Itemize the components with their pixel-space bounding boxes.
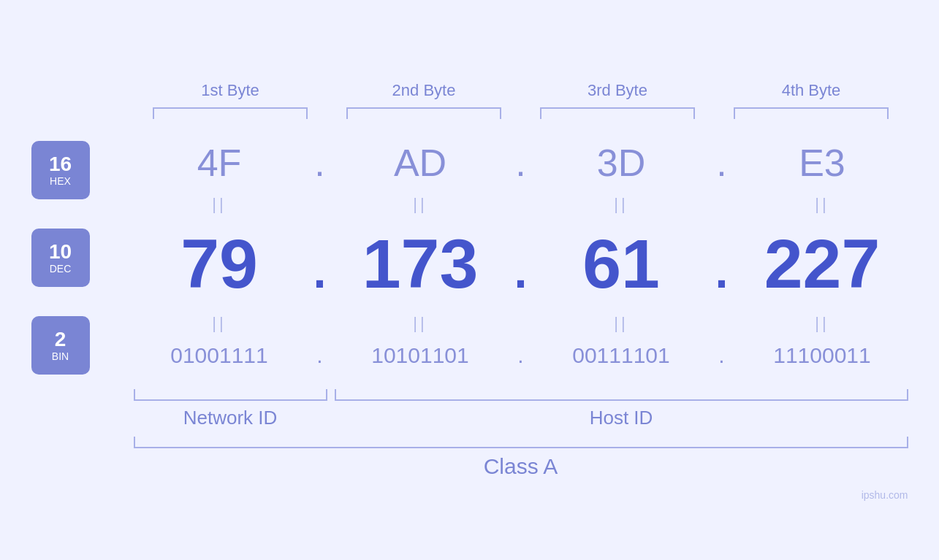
sep-2-2: || xyxy=(335,314,506,333)
hex-dot-1: . xyxy=(305,141,335,185)
bin-badge-label: BIN xyxy=(52,350,69,362)
top-bracket-1 xyxy=(153,107,308,119)
class-bracket xyxy=(134,437,908,448)
bin-badge: 2 BIN xyxy=(31,316,90,375)
network-bracket xyxy=(134,389,327,401)
dec-badge-number: 10 xyxy=(49,241,72,264)
dec-value-2: 173 xyxy=(335,224,506,304)
byte-header-4: 4th Byte xyxy=(715,81,908,100)
hex-dot-2: . xyxy=(506,141,536,185)
host-id-label: Host ID xyxy=(327,407,908,429)
dec-dot-1: . xyxy=(305,224,335,304)
dec-value-4: 227 xyxy=(737,224,908,304)
class-label: Class A xyxy=(134,454,908,479)
bin-value-3: 00111101 xyxy=(536,343,707,368)
top-brackets xyxy=(134,107,908,119)
top-bracket-2 xyxy=(346,107,501,119)
hex-dot-3: . xyxy=(707,141,737,185)
separator-hex-dec: || || || || xyxy=(134,192,908,217)
sep-1-2: || xyxy=(335,195,506,214)
hex-badge: 16 HEX xyxy=(31,141,90,199)
bracket-cell-4 xyxy=(715,107,908,119)
sep-2-1: || xyxy=(134,314,305,333)
watermark: ipshu.com xyxy=(862,489,908,501)
dec-value-1: 79 xyxy=(134,224,305,304)
top-bracket-4 xyxy=(734,107,889,119)
sep-2-4: || xyxy=(737,314,908,333)
class-row: Class A xyxy=(134,437,908,479)
dec-dot-3: . xyxy=(707,224,737,304)
host-bracket xyxy=(335,389,908,401)
dec-row: 79 . 173 . 61 . 227 xyxy=(134,217,908,311)
hex-value-2: AD xyxy=(335,141,506,185)
bracket-cell-3 xyxy=(521,107,715,119)
byte-header-1: 1st Byte xyxy=(134,81,327,100)
byte-header-2: 2nd Byte xyxy=(327,81,521,100)
byte-headers-row: 1st Byte 2nd Byte 3rd Byte 4th Byte xyxy=(134,81,908,100)
bin-row: 01001111 . 10101101 . 00111101 . 1110001… xyxy=(134,336,908,375)
network-id-label: Network ID xyxy=(134,407,327,429)
sep-1-1: || xyxy=(134,195,305,214)
sep-1-4: || xyxy=(737,195,908,214)
bin-dot-1: . xyxy=(305,343,335,368)
dec-dot-2: . xyxy=(506,224,536,304)
bin-value-4: 11100011 xyxy=(737,343,908,368)
sep-2-3: || xyxy=(536,314,707,333)
bin-value-2: 10101101 xyxy=(335,343,506,368)
bottom-labels: Network ID Host ID xyxy=(134,407,908,429)
dec-value-3: 61 xyxy=(536,224,707,304)
hex-value-3: 3D xyxy=(536,141,707,185)
hex-badge-label: HEX xyxy=(50,175,71,187)
hex-row: 4F . AD . 3D . E3 xyxy=(134,134,908,192)
bracket-cell-1 xyxy=(134,107,327,119)
hex-value-1: 4F xyxy=(134,141,305,185)
bin-value-1: 01001111 xyxy=(134,343,305,368)
main-content: 16 HEX 10 DEC 2 BIN 4F . AD xyxy=(31,134,908,382)
sep-1-3: || xyxy=(536,195,707,214)
dec-badge: 10 DEC xyxy=(31,229,90,287)
bottom-section: Network ID Host ID xyxy=(134,389,908,429)
bin-badge-number: 2 xyxy=(55,329,66,351)
byte-header-3: 3rd Byte xyxy=(521,81,715,100)
hex-badge-number: 16 xyxy=(49,153,72,176)
dec-badge-label: DEC xyxy=(50,263,72,275)
badges-column: 16 HEX 10 DEC 2 BIN xyxy=(31,134,134,382)
separator-dec-bin: || || || || xyxy=(134,311,908,336)
hex-value-4: E3 xyxy=(737,141,908,185)
bin-dot-3: . xyxy=(707,343,737,368)
values-grid: 4F . AD . 3D . E3 || || xyxy=(134,134,908,382)
bracket-cell-2 xyxy=(327,107,521,119)
top-bracket-3 xyxy=(540,107,695,119)
bin-dot-2: . xyxy=(506,343,536,368)
bottom-brackets xyxy=(134,389,908,401)
